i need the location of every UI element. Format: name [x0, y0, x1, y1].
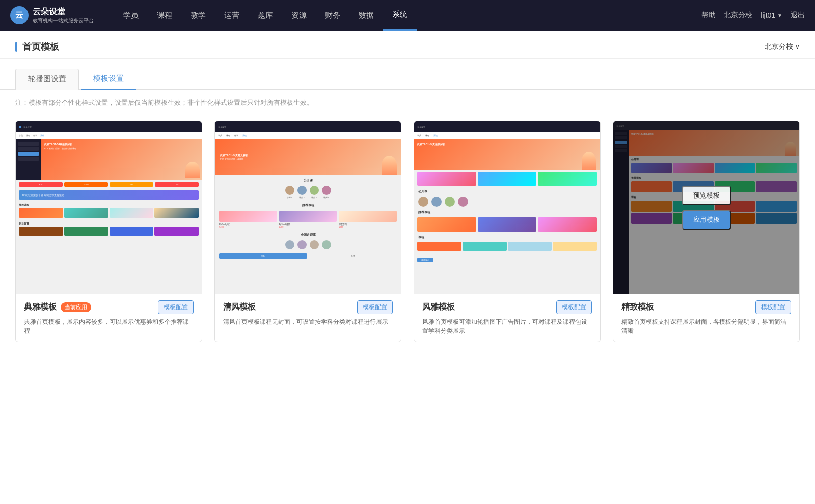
preview-template-button-t4[interactable]: 预览模板	[682, 186, 731, 205]
page-title: 首页模板	[22, 41, 59, 53]
template-preview-t4: 预览模板 应用模板 云朵设堂	[613, 121, 799, 294]
card-desc-t1: 典雅首页模板，展示内容较多，可以展示优惠券和多个推荐课程	[24, 317, 194, 335]
template-preview-t1: 云朵设堂 学员课程 教学系统 托福TPO1-54真题及解析P	[16, 121, 202, 294]
card-desc-t2: 清风首页模板课程无封面，可设置按学科分类对课程进行展示	[223, 317, 393, 326]
mock-preview-t3: 云朵设堂 学员 课程 系统 托福TPO1-54真题及解析	[414, 121, 600, 294]
user-menu[interactable]: lijt01	[760, 11, 782, 19]
template-card-t3: 云朵设堂 学员 课程 系统 托福TPO1-54真题及解析	[414, 121, 601, 342]
template-preview-t3: 云朵设堂 学员 课程 系统 托福TPO1-54真题及解析	[414, 121, 600, 294]
card-footer-t4: 精致模板 模板配置 精致首页模板支持课程展示封面，各模板分隔明显，界面简洁清晰	[613, 294, 799, 342]
nav-menu: 学员 课程 教学 运营 题库 资源 财务 数据 系统	[114, 0, 701, 31]
card-config-btn-t1[interactable]: 模板配置	[158, 300, 194, 314]
card-title-row-t1: 典雅模板 当前应用 模板配置	[24, 300, 194, 314]
nav-item-resource[interactable]: 资源	[282, 0, 316, 31]
template-card-t1: 云朵设堂 学员课程 教学系统 托福TPO1-54真题及解析P	[15, 121, 202, 342]
card-config-btn-t4[interactable]: 模板配置	[755, 300, 791, 314]
card-badge-t1: 当前应用	[61, 302, 91, 312]
template-overlay-t4: 预览模板 应用模板	[613, 121, 799, 294]
nav-item-course[interactable]: 课程	[148, 0, 181, 31]
help-link[interactable]: 帮助	[701, 11, 716, 20]
card-name-t4: 精致模板	[621, 302, 654, 313]
nav-item-finance[interactable]: 财务	[316, 0, 349, 31]
card-title-row-t3: 风雅模板 模板配置	[422, 300, 592, 314]
nav-item-data[interactable]: 数据	[349, 0, 383, 31]
nav-item-teaching[interactable]: 教学	[181, 0, 215, 31]
card-name-t1: 典雅模板	[24, 302, 57, 313]
logo[interactable]: 云 云朵设堂 教育机构一站式服务云平台	[10, 6, 94, 24]
card-desc-t3: 风雅首页模板可添加轮播图下广告图片，可对课程及课程包设置学科分类展示	[422, 317, 592, 335]
branch-link[interactable]: 北京分校	[724, 11, 752, 20]
page-title-wrap: 首页模板	[15, 41, 59, 53]
card-title-row-t4: 精致模板 模板配置	[621, 300, 791, 314]
template-card-t4: 预览模板 应用模板 云朵设堂	[613, 121, 800, 342]
nav-right: 帮助 北京分校 lijt01 退出	[701, 11, 805, 20]
note-text: 注：模板有部分个性化样式设置，设置后仅当前模板生效；非个性化样式设置后只针对所有…	[0, 90, 815, 116]
nav-item-question-bank[interactable]: 题库	[249, 0, 282, 31]
card-name-t3: 风雅模板	[422, 302, 455, 313]
tab-carousel[interactable]: 轮播图设置	[15, 69, 79, 90]
page-title-bar	[15, 42, 17, 52]
card-config-btn-t3[interactable]: 模板配置	[556, 300, 592, 314]
card-footer-t2: 清风模板 模板配置 清风首页模板课程无封面，可设置按学科分类对课程进行展示	[215, 294, 401, 332]
card-title-row-t2: 清风模板 模板配置	[223, 300, 393, 314]
card-config-btn-t2[interactable]: 模板配置	[357, 300, 393, 314]
branch-selector[interactable]: 北京分校	[765, 42, 800, 51]
navigation: 云 云朵设堂 教育机构一站式服务云平台 学员 课程 教学 运营 题库 资源 财务…	[0, 0, 815, 31]
card-name-t2: 清风模板	[223, 302, 256, 313]
template-preview-t2: 云朵设堂 学员课程 教学系统 托福TPO1-54真题及解析PDF 资料 口语班 …	[215, 121, 401, 294]
apply-template-button-t4[interactable]: 应用模板	[682, 210, 731, 230]
mock-preview-t2: 云朵设堂 学员课程 教学系统 托福TPO1-54真题及解析PDF 资料 口语班 …	[215, 121, 401, 294]
logo-text: 云朵设堂 教育机构一站式服务云平台	[33, 7, 94, 24]
main-content: 首页模板 北京分校 轮播图设置 模板设置 注：模板有部分个性化样式设置，设置后仅…	[0, 31, 815, 504]
tabs: 轮播图设置 模板设置	[0, 59, 815, 90]
template-grid: 云朵设堂 学员课程 教学系统 托福TPO1-54真题及解析P	[0, 116, 815, 362]
nav-item-system[interactable]: 系统	[383, 0, 417, 31]
nav-item-operation[interactable]: 运营	[215, 0, 249, 31]
card-desc-t4: 精致首页模板支持课程展示封面，各模板分隔明显，界面简洁清晰	[621, 317, 791, 335]
tab-template[interactable]: 模板设置	[81, 69, 136, 90]
template-card-t2: 云朵设堂 学员课程 教学系统 托福TPO1-54真题及解析PDF 资料 口语班 …	[214, 121, 401, 342]
card-footer-t1: 典雅模板 当前应用 模板配置 典雅首页模板，展示内容较多，可以展示优惠券和多个推…	[16, 294, 202, 342]
logout-link[interactable]: 退出	[791, 11, 805, 20]
page-header: 首页模板 北京分校	[0, 31, 815, 59]
mock-preview-t1: 云朵设堂 学员课程 教学系统 托福TPO1-54真题及解析P	[16, 121, 202, 294]
logo-icon: 云	[10, 6, 29, 24]
nav-item-student[interactable]: 学员	[114, 0, 148, 31]
card-footer-t3: 风雅模板 模板配置 风雅首页模板可添加轮播图下广告图片，可对课程及课程包设置学科…	[414, 294, 600, 342]
